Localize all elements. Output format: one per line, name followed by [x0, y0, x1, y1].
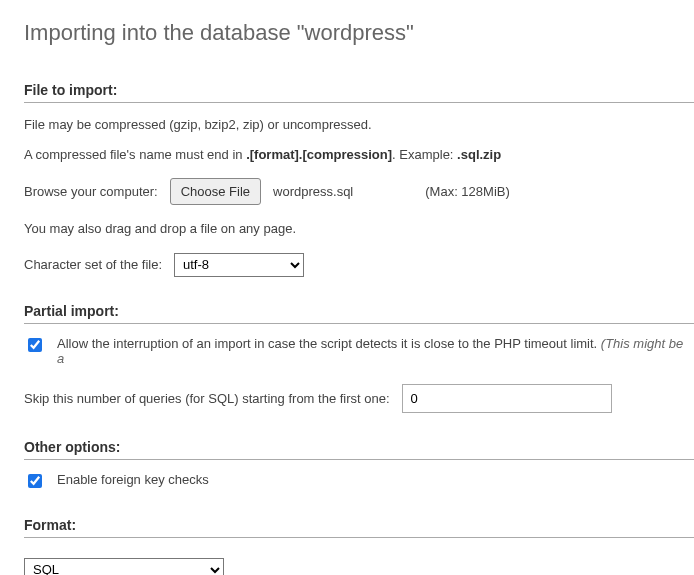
format-example: .sql.zip — [457, 147, 501, 162]
hint-text: A compressed file's name must end in — [24, 147, 246, 162]
drag-drop-hint: You may also drag and drop a file on any… — [24, 219, 694, 239]
format-select[interactable]: SQL — [24, 558, 224, 576]
charset-select[interactable]: utf-8 — [174, 253, 304, 277]
other-options-heading: Other options: — [24, 439, 694, 460]
browse-label: Browse your computer: — [24, 184, 158, 199]
skip-queries-input[interactable] — [402, 384, 612, 413]
allow-text: Allow the interruption of an import in c… — [57, 336, 601, 351]
choose-file-button[interactable]: Choose File — [170, 178, 261, 205]
partial-import-heading: Partial import: — [24, 303, 694, 324]
allow-interruption-checkbox[interactable] — [28, 338, 42, 352]
file-import-heading: File to import: — [24, 82, 694, 103]
format-pattern: .[format].[compression] — [246, 147, 392, 162]
foreign-key-checkbox[interactable] — [28, 474, 42, 488]
format-heading: Format: — [24, 517, 694, 538]
selected-file-name: wordpress.sql — [273, 184, 353, 199]
max-size-label: (Max: 128MiB) — [425, 184, 510, 199]
hint-text: . Example: — [392, 147, 457, 162]
foreign-key-label: Enable foreign key checks — [57, 472, 209, 487]
skip-queries-label: Skip this number of queries (for SQL) st… — [24, 391, 390, 406]
compress-hint: File may be compressed (gzip, bzip2, zip… — [24, 115, 694, 135]
allow-interruption-label: Allow the interruption of an import in c… — [57, 336, 694, 366]
charset-label: Character set of the file: — [24, 257, 162, 272]
compress-name-hint: A compressed file's name must end in .[f… — [24, 145, 694, 165]
page-title: Importing into the database "wordpress" — [24, 20, 694, 46]
